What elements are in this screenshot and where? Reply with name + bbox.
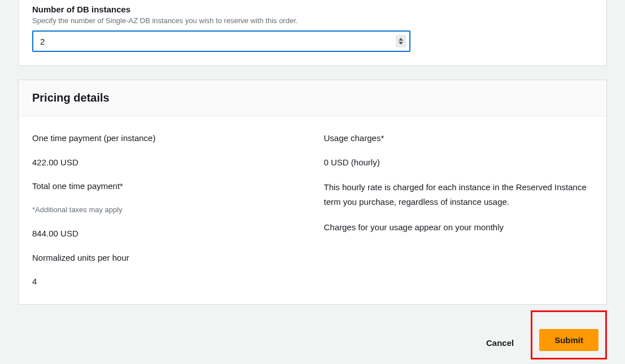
submit-highlight: Submit [531, 310, 607, 359]
usage-charges-desc1: This hourly rate is charged for each ins… [324, 180, 593, 209]
db-instances-help: Specify the number of Single-AZ DB insta… [32, 16, 593, 25]
stepper-down-icon[interactable] [399, 42, 403, 45]
total-one-time-value: 844.00 USD [32, 227, 301, 240]
normalized-units-value: 4 [32, 275, 301, 288]
one-time-payment-value: 422.00 USD [32, 156, 301, 169]
stepper-up-icon[interactable] [399, 38, 403, 41]
usage-charges-value: 0 USD (hourly) [324, 156, 593, 169]
usage-charges-label: Usage charges* [324, 132, 593, 145]
cancel-button[interactable]: Cancel [476, 332, 524, 353]
db-instances-input[interactable] [32, 30, 410, 52]
pricing-title: Pricing details [32, 91, 593, 104]
pricing-left-column: One time payment (per instance) 422.00 U… [32, 132, 301, 288]
pricing-details-panel: Pricing details One time payment (per in… [18, 80, 607, 305]
total-one-time-label: Total one time payment* [32, 180, 301, 193]
db-instances-label: Number of DB instances [32, 0, 593, 14]
db-instances-input-wrap [32, 30, 410, 52]
pricing-right-column: Usage charges* 0 USD (hourly) This hourl… [324, 132, 593, 288]
usage-charges-desc2: Charges for your usage appear on your mo… [324, 220, 593, 235]
tax-note: *Additional taxes may apply [32, 204, 301, 216]
db-instances-panel: Number of DB instances Specify the numbe… [18, 0, 607, 66]
normalized-units-label: Normalized units per hour [32, 252, 301, 265]
db-instances-stepper[interactable] [396, 35, 406, 47]
one-time-payment-label: One time payment (per instance) [32, 132, 301, 145]
pricing-header: Pricing details [19, 80, 606, 116]
footer-actions: Cancel Submit [18, 318, 607, 359]
submit-button[interactable]: Submit [539, 329, 598, 351]
